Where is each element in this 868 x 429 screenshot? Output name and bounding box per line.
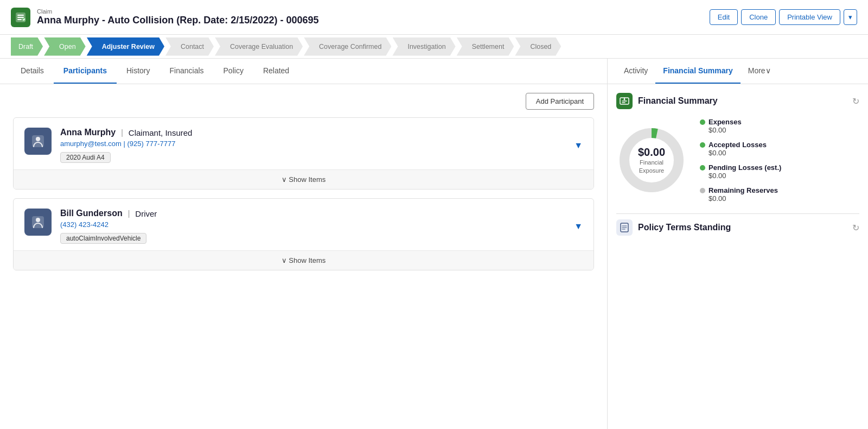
header-actions: Edit Clone Printable View ▾ bbox=[710, 9, 857, 25]
financial-legend: Expenses $0.00 Accepted Losses $0.00 bbox=[700, 118, 781, 203]
right-panel-content: Financial Summary ↻ $0.00 FinancialExpos… bbox=[608, 84, 868, 429]
tab-financials[interactable]: Financials bbox=[160, 59, 214, 84]
svg-point-3 bbox=[36, 137, 40, 141]
participant-name-bill: Bill Gunderson bbox=[60, 209, 123, 218]
legend-value-expenses: $0.00 bbox=[709, 126, 781, 134]
legend-label-expenses: Expenses bbox=[709, 118, 742, 126]
add-participant-row: Add Participant bbox=[13, 93, 594, 110]
right-tab-more[interactable]: More∨ bbox=[741, 59, 778, 84]
avatar-anna-murphy bbox=[24, 128, 52, 155]
legend-item-accepted-losses: Accepted Losses $0.00 bbox=[700, 141, 781, 157]
workflow-step-coverage-confirmed[interactable]: Coverage Confirmed bbox=[304, 37, 391, 56]
actions-dropdown-button[interactable]: ▾ bbox=[844, 9, 857, 25]
tab-policy[interactable]: Policy bbox=[214, 59, 253, 84]
svg-point-5 bbox=[36, 218, 40, 222]
participant-info-anna: Anna Murphy | Claimant, Insured amurphy@… bbox=[60, 128, 574, 163]
financial-summary-title: Financial Summary bbox=[638, 96, 718, 106]
section-title-row: Financial Summary bbox=[616, 93, 718, 109]
add-participant-button[interactable]: Add Participant bbox=[526, 93, 594, 110]
legend-dot-pending-losses bbox=[700, 165, 705, 171]
policy-terms-refresh-icon[interactable]: ↻ bbox=[852, 223, 859, 233]
tab-details[interactable]: Details bbox=[11, 59, 54, 84]
participant-tag-bill: autoClaimInvolvedVehicle bbox=[60, 233, 146, 244]
participant-tag-anna: 2020 Audi A4 bbox=[60, 152, 111, 163]
workflow-step-contact[interactable]: Contact bbox=[165, 37, 214, 56]
participant-card-anna-murphy: Anna Murphy | Claimant, Insured amurphy@… bbox=[13, 117, 594, 190]
workflow-step-coverage-evaluation[interactable]: Coverage Evaluation bbox=[215, 37, 303, 56]
workflow-step-draft[interactable]: Draft bbox=[11, 37, 43, 56]
legend-label-remaining-reserves: Remaining Reserves bbox=[709, 186, 778, 194]
donut-amount: $0.00 bbox=[638, 146, 665, 159]
workflow-step-adjuster-review[interactable]: Adjuster Review bbox=[87, 37, 164, 56]
workflow-step-closed[interactable]: Closed bbox=[515, 37, 561, 56]
app-icon bbox=[11, 8, 30, 27]
policy-section-title-row: Policy Terms Standing bbox=[616, 219, 731, 236]
svg-point-7 bbox=[624, 99, 626, 100]
participant-name-anna: Anna Murphy bbox=[60, 128, 116, 137]
legend-dot-remaining-reserves bbox=[700, 188, 705, 193]
workflow-bar: Draft Open Adjuster Review Contact Cover… bbox=[0, 35, 868, 59]
participant-show-items-anna[interactable]: ∨ Show Items bbox=[14, 169, 593, 189]
legend-label-pending-losses: Pending Losses (est.) bbox=[709, 163, 781, 172]
participant-role-anna: Claimant, Insured bbox=[129, 128, 193, 137]
participant-contact-bill[interactable]: (432) 423-4242 bbox=[60, 220, 574, 229]
participant-chevron-anna[interactable]: ▼ bbox=[574, 141, 583, 150]
left-panel: Details Participants History Financials … bbox=[0, 59, 608, 429]
legend-value-remaining-reserves: $0.00 bbox=[709, 194, 781, 203]
financial-summary-refresh-icon[interactable]: ↻ bbox=[852, 96, 859, 106]
header-title-block: Claim Anna Murphy - Auto Collision (Rep.… bbox=[37, 8, 318, 26]
participant-card-header-anna: Anna Murphy | Claimant, Insured amurphy@… bbox=[14, 118, 593, 169]
avatar-bill-gunderson bbox=[24, 209, 52, 236]
workflow-step-investigation[interactable]: Investigation bbox=[392, 37, 455, 56]
workflow-step-open[interactable]: Open bbox=[44, 37, 86, 56]
financial-summary-icon bbox=[616, 93, 633, 109]
legend-value-accepted-losses: $0.00 bbox=[709, 149, 781, 157]
tab-participants[interactable]: Participants bbox=[54, 59, 117, 84]
legend-item-pending-losses: Pending Losses (est.) $0.00 bbox=[700, 163, 781, 180]
policy-terms-icon bbox=[616, 219, 633, 236]
participant-role-bill: Driver bbox=[135, 209, 157, 218]
right-panel: Activity Financial Summary More∨ bbox=[608, 59, 868, 429]
legend-item-expenses: Expenses $0.00 bbox=[700, 118, 781, 134]
participant-name-row-anna: Anna Murphy | Claimant, Insured bbox=[60, 128, 574, 137]
financial-summary-section-header: Financial Summary ↻ bbox=[616, 93, 859, 109]
tab-history[interactable]: History bbox=[117, 59, 160, 84]
workflow-steps: Draft Open Adjuster Review Contact Cover… bbox=[11, 37, 857, 56]
legend-dot-expenses bbox=[700, 119, 705, 125]
page-title: Anna Murphy - Auto Collision (Rep. Date:… bbox=[37, 15, 318, 26]
participant-show-items-bill[interactable]: ∨ Show Items bbox=[14, 250, 593, 270]
workflow-step-settlement[interactable]: Settlement bbox=[457, 37, 514, 56]
right-tab-financial-summary[interactable]: Financial Summary bbox=[655, 59, 740, 84]
donut-label: FinancialExposure bbox=[638, 159, 665, 174]
legend-item-remaining-reserves: Remaining Reserves $0.00 bbox=[700, 186, 781, 203]
main-layout: Details Participants History Financials … bbox=[0, 59, 868, 429]
printable-view-button[interactable]: Printable View bbox=[779, 9, 840, 25]
policy-terms-section-header: Policy Terms Standing ↻ bbox=[616, 213, 859, 236]
left-tabs: Details Participants History Financials … bbox=[0, 59, 607, 84]
participant-info-bill: Bill Gunderson | Driver (432) 423-4242 a… bbox=[60, 209, 574, 244]
participant-card-bill-gunderson: Bill Gunderson | Driver (432) 423-4242 a… bbox=[13, 198, 594, 270]
app-header: Claim Anna Murphy - Auto Collision (Rep.… bbox=[0, 0, 868, 35]
participant-name-row-bill: Bill Gunderson | Driver bbox=[60, 209, 574, 218]
policy-terms-title: Policy Terms Standing bbox=[638, 223, 731, 232]
financial-chart-area: $0.00 FinancialExposure Expenses $0.00 bbox=[616, 118, 859, 203]
participant-chevron-bill[interactable]: ▼ bbox=[574, 222, 583, 231]
record-type-label: Claim bbox=[37, 8, 318, 15]
participant-card-header-bill: Bill Gunderson | Driver (432) 423-4242 a… bbox=[14, 199, 593, 250]
edit-button[interactable]: Edit bbox=[710, 9, 738, 25]
legend-value-pending-losses: $0.00 bbox=[709, 172, 781, 180]
right-tab-activity[interactable]: Activity bbox=[616, 59, 655, 84]
tab-related[interactable]: Related bbox=[253, 59, 299, 84]
donut-center: $0.00 FinancialExposure bbox=[638, 146, 665, 174]
right-tabs: Activity Financial Summary More∨ bbox=[608, 59, 868, 84]
legend-dot-accepted-losses bbox=[700, 142, 705, 148]
header-left: Claim Anna Murphy - Auto Collision (Rep.… bbox=[11, 8, 318, 27]
participants-panel-content: Add Participant Anna Murphy bbox=[0, 84, 607, 429]
donut-chart: $0.00 FinancialExposure bbox=[616, 125, 687, 195]
legend-label-accepted-losses: Accepted Losses bbox=[709, 141, 767, 149]
participant-contact-anna[interactable]: amurphy@test.com | (925) 777-7777 bbox=[60, 140, 574, 148]
clone-button[interactable]: Clone bbox=[741, 9, 776, 25]
